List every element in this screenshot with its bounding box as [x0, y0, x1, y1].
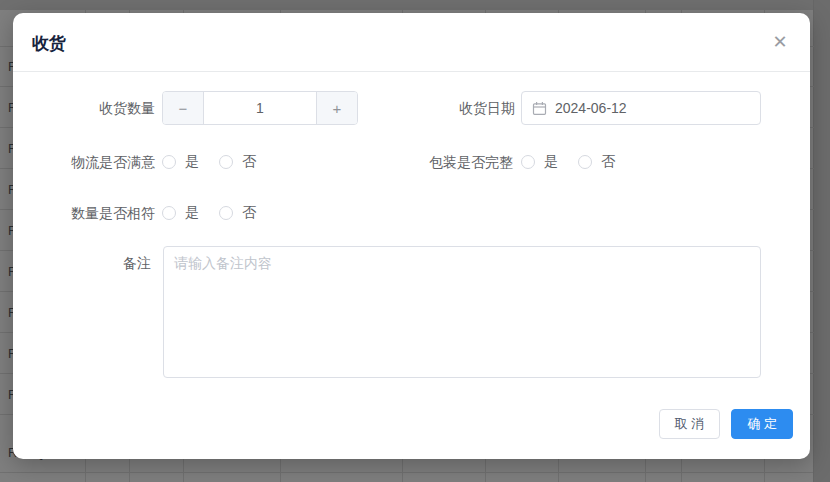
radio-circle-icon [162, 155, 176, 169]
quantity-match-radios: 是 否 [162, 203, 256, 223]
logistics-satisfied-radios: 是 否 [162, 152, 256, 172]
radio-circle-icon [162, 206, 176, 220]
radio-quantity-no[interactable]: 否 [219, 204, 256, 222]
receive-goods-dialog: 收货 ✕ 收货数量 − 1 + 收货日期 2024-06-12 物流是否满意 是… [13, 13, 810, 459]
radio-logistics-no[interactable]: 否 [219, 153, 256, 171]
radio-packaging-yes[interactable]: 是 [521, 153, 558, 171]
radio-label: 是 [544, 153, 558, 171]
confirm-button[interactable]: 确 定 [731, 409, 793, 439]
receive-date-label: 收货日期 [373, 91, 515, 125]
minus-icon[interactable]: − [163, 92, 204, 124]
close-icon[interactable]: ✕ [764, 26, 796, 58]
cancel-button[interactable]: 取 消 [659, 409, 721, 439]
packaging-intact-radios: 是 否 [521, 152, 615, 172]
calendar-icon [532, 101, 547, 116]
radio-label: 否 [242, 153, 256, 171]
plus-icon[interactable]: + [316, 92, 357, 124]
dialog-title: 收货 [32, 32, 66, 55]
radio-circle-icon [219, 155, 233, 169]
radio-circle-icon [578, 155, 592, 169]
radio-circle-icon [219, 206, 233, 220]
remark-textarea[interactable] [163, 246, 761, 378]
radio-logistics-yes[interactable]: 是 [162, 153, 199, 171]
quantity-stepper[interactable]: − 1 + [162, 91, 358, 125]
radio-label: 是 [185, 204, 199, 222]
quantity-match-label: 数量是否相符 [13, 203, 155, 223]
radio-packaging-no[interactable]: 否 [578, 153, 615, 171]
radio-label: 否 [601, 153, 615, 171]
logistics-satisfied-label: 物流是否满意 [13, 152, 155, 172]
radio-label: 否 [242, 204, 256, 222]
receive-date-value: 2024-06-12 [555, 100, 627, 116]
radio-quantity-yes[interactable]: 是 [162, 204, 199, 222]
dialog-header: 收货 ✕ [13, 13, 810, 72]
remark-label: 备注 [13, 253, 151, 273]
quantity-value[interactable]: 1 [204, 92, 316, 124]
receive-date-input[interactable]: 2024-06-12 [521, 91, 761, 125]
radio-circle-icon [521, 155, 535, 169]
dialog-footer: 取 消 确 定 [659, 409, 793, 439]
radio-label: 是 [185, 153, 199, 171]
packaging-intact-label: 包装是否完整 [371, 152, 513, 172]
receive-qty-label: 收货数量 [13, 91, 155, 125]
